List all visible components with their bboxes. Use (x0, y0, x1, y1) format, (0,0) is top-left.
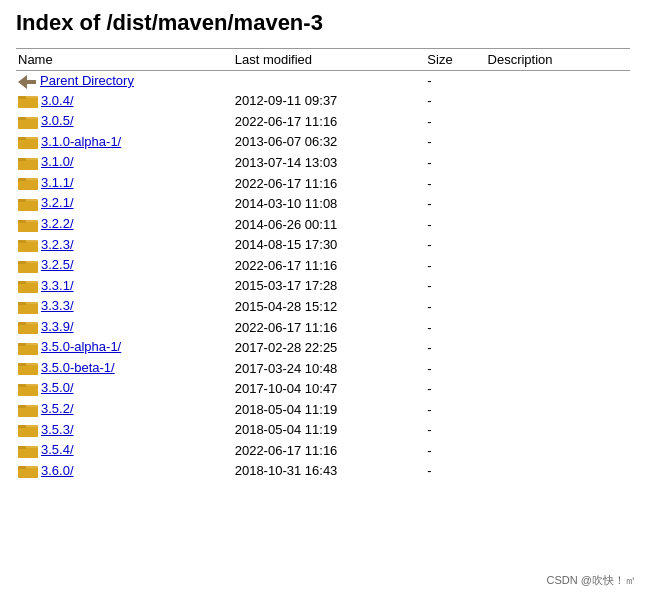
cell-size: - (425, 276, 485, 297)
svg-rect-23 (18, 242, 38, 252)
folder-icon (18, 278, 41, 293)
cell-description (486, 399, 630, 420)
parent-dir-link[interactable]: Parent Directory (40, 73, 134, 88)
cell-description (486, 152, 630, 173)
sort-size-link[interactable]: Size (427, 52, 452, 67)
folder-icon (18, 380, 41, 395)
dir-link[interactable]: 3.5.4/ (41, 442, 74, 457)
svg-rect-38 (18, 345, 38, 355)
dir-link[interactable]: 3.2.1/ (41, 195, 74, 210)
svg-rect-11 (18, 160, 38, 170)
dir-link[interactable]: 3.0.5/ (41, 113, 74, 128)
cell-name: 3.6.0/ (16, 461, 233, 482)
table-row: 3.2.1/2014-03-10 11:08- (16, 193, 630, 214)
table-row: 3.5.3/2018-05-04 11:19- (16, 420, 630, 441)
dir-link[interactable]: 3.3.1/ (41, 278, 74, 293)
svg-rect-24 (18, 240, 26, 243)
table-row: 3.5.2/2018-05-04 11:19- (16, 399, 630, 420)
dir-link[interactable]: 3.5.3/ (41, 422, 74, 437)
sort-name-link[interactable]: Name (18, 52, 53, 67)
cell-size: - (425, 152, 485, 173)
cell-description (486, 420, 630, 441)
cell-description (486, 132, 630, 153)
cell-description (486, 193, 630, 214)
dir-link[interactable]: 3.0.4/ (41, 93, 74, 108)
folder-icon (18, 134, 41, 149)
dir-link[interactable]: 3.5.0/ (41, 380, 74, 395)
dir-link[interactable]: 3.2.5/ (41, 257, 74, 272)
cell-modified: 2015-03-17 17:28 (233, 276, 426, 297)
svg-rect-56 (18, 468, 38, 478)
cell-name: 3.2.2/ (16, 214, 233, 235)
col-header-description: Description (486, 49, 630, 71)
folder-icon (18, 422, 41, 437)
table-row: 3.1.0-alpha-1/2013-06-07 06:32- (16, 132, 630, 153)
cell-name: 3.5.2/ (16, 399, 233, 420)
svg-rect-33 (18, 302, 26, 305)
svg-rect-35 (18, 324, 38, 334)
cell-size: - (425, 317, 485, 338)
svg-rect-18 (18, 199, 26, 202)
cell-modified: 2022-06-17 11:16 (233, 255, 426, 276)
dir-link[interactable]: 3.1.0-alpha-1/ (41, 134, 121, 149)
table-row: 3.5.0-beta-1/2017-03-24 10:48- (16, 358, 630, 379)
svg-rect-51 (18, 425, 26, 428)
cell-description (486, 91, 630, 112)
page-title: Index of /dist/maven/maven-3 (16, 10, 630, 36)
back-arrow-icon (18, 73, 40, 88)
dir-link[interactable]: 3.3.3/ (41, 298, 74, 313)
col-header-name: Name (16, 49, 233, 71)
cell-size: - (425, 420, 485, 441)
dir-link[interactable]: 3.2.2/ (41, 216, 74, 231)
dir-link[interactable]: 3.5.2/ (41, 401, 74, 416)
svg-rect-20 (18, 222, 38, 232)
cell-name: 3.5.0-alpha-1/ (16, 337, 233, 358)
folder-icon (18, 442, 41, 457)
cell-modified: 2022-06-17 11:16 (233, 317, 426, 338)
table-row: 3.6.0/2018-10-31 16:43- (16, 461, 630, 482)
svg-rect-39 (18, 343, 26, 346)
svg-rect-15 (18, 178, 26, 181)
svg-rect-48 (18, 405, 26, 408)
cell-modified (233, 71, 426, 91)
cell-name: 3.1.1/ (16, 173, 233, 194)
dir-link[interactable]: 3.2.3/ (41, 237, 74, 252)
cell-size: - (425, 358, 485, 379)
table-row: 3.1.1/2022-06-17 11:16- (16, 173, 630, 194)
cell-description (486, 173, 630, 194)
cell-size: - (425, 71, 485, 91)
svg-rect-3 (18, 96, 26, 99)
folder-icon (18, 216, 41, 231)
cell-name: 3.5.4/ (16, 440, 233, 461)
table-row: Parent Directory- (16, 71, 630, 91)
sort-desc-link[interactable]: Description (488, 52, 553, 67)
cell-name: 3.5.0-beta-1/ (16, 358, 233, 379)
cell-size: - (425, 132, 485, 153)
svg-marker-0 (18, 75, 36, 89)
dir-link[interactable]: 3.5.0-alpha-1/ (41, 339, 121, 354)
folder-icon (18, 195, 41, 210)
cell-size: - (425, 296, 485, 317)
folder-icon (18, 93, 41, 108)
dir-link[interactable]: 3.6.0/ (41, 463, 74, 478)
cell-modified: 2022-06-17 11:16 (233, 440, 426, 461)
dir-link[interactable]: 3.1.0/ (41, 154, 74, 169)
svg-rect-36 (18, 322, 26, 325)
dir-link[interactable]: 3.5.0-beta-1/ (41, 360, 115, 375)
folder-icon (18, 257, 41, 272)
folder-icon (18, 237, 41, 252)
cell-description (486, 440, 630, 461)
svg-rect-2 (18, 98, 38, 108)
cell-name: 3.1.0-alpha-1/ (16, 132, 233, 153)
dir-link[interactable]: 3.1.1/ (41, 175, 74, 190)
table-row: 3.3.3/2015-04-28 15:12- (16, 296, 630, 317)
cell-modified: 2022-06-17 11:16 (233, 173, 426, 194)
col-header-size: Size (425, 49, 485, 71)
cell-name: Parent Directory (16, 71, 233, 91)
svg-rect-8 (18, 139, 38, 149)
dir-link[interactable]: 3.3.9/ (41, 319, 74, 334)
table-row: 3.0.5/2022-06-17 11:16- (16, 111, 630, 132)
cell-modified: 2014-08-15 17:30 (233, 235, 426, 256)
cell-description (486, 461, 630, 482)
sort-modified-link[interactable]: Last modified (235, 52, 312, 67)
